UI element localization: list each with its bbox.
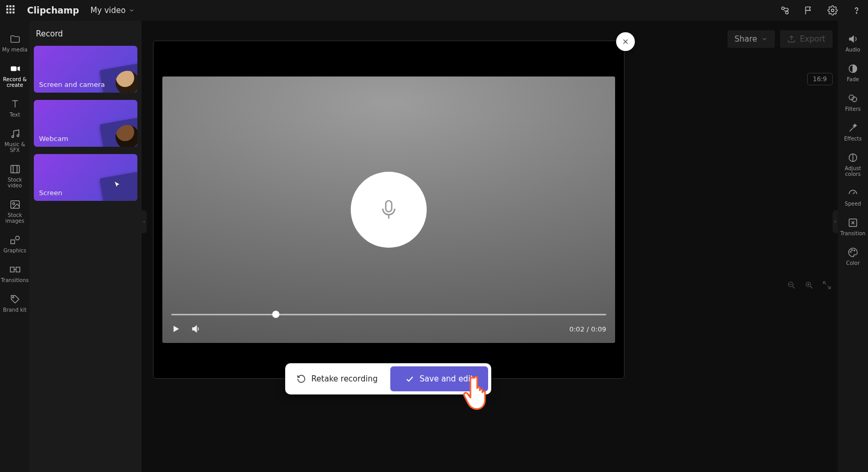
check-icon	[405, 374, 414, 384]
rail-my-media[interactable]: My media	[0, 30, 30, 56]
svg-rect-16	[10, 267, 14, 272]
retake-button[interactable]: Retake recording	[288, 366, 386, 391]
rail-brand-kit[interactable]: Brand kit	[0, 290, 30, 316]
svg-point-25	[851, 250, 852, 251]
svg-marker-38	[174, 326, 180, 332]
seek-thumb[interactable]	[272, 311, 279, 318]
top-bar: Clipchamp My video	[0, 0, 868, 21]
left-rail: My media Record & create Text Music & SF…	[0, 21, 30, 472]
rail-graphics[interactable]: Graphics	[0, 231, 30, 257]
folder-icon	[9, 33, 21, 45]
rail-adjust-colors[interactable]: Adjust colors	[838, 149, 868, 180]
close-icon	[621, 37, 630, 46]
rail-color[interactable]: Color	[838, 244, 868, 269]
rail-effects[interactable]: Effects	[838, 119, 868, 145]
svg-rect-9	[10, 165, 19, 173]
image-icon	[9, 199, 21, 210]
fade-icon	[847, 63, 859, 74]
filters-icon	[847, 93, 859, 104]
expand-icon	[847, 217, 859, 228]
tag-icon	[9, 294, 21, 305]
svg-rect-36	[386, 201, 392, 212]
project-name: My video	[91, 6, 126, 15]
rail-audio[interactable]: Audio	[838, 30, 868, 56]
svg-rect-14	[10, 240, 14, 244]
recording-action-bar: Retake recording Save and edit	[285, 363, 491, 394]
playback-bar: 0:02 / 0:09	[171, 309, 606, 342]
app-title: Clipchamp	[27, 5, 79, 16]
rail-fade[interactable]: Fade	[838, 60, 868, 85]
save-edit-button[interactable]: Save and edit	[390, 366, 488, 391]
cursor-icon	[112, 180, 122, 189]
music-icon	[9, 128, 21, 139]
close-button[interactable]	[616, 32, 635, 51]
flag-icon[interactable]	[803, 5, 814, 16]
microphone-icon	[377, 198, 401, 222]
svg-point-0	[782, 7, 784, 9]
preview-video: 0:02 / 0:09	[162, 76, 615, 343]
rail-stock-video[interactable]: Stock video	[0, 160, 30, 192]
svg-marker-6	[17, 66, 20, 71]
rail-filters[interactable]: Filters	[838, 90, 868, 115]
text-icon	[9, 98, 21, 110]
project-dropdown[interactable]: My video	[91, 6, 135, 15]
svg-rect-17	[16, 267, 19, 272]
svg-point-24	[850, 251, 851, 252]
speed-icon	[847, 187, 859, 199]
chevron-down-icon	[129, 7, 135, 14]
rail-text[interactable]: Text	[0, 95, 30, 121]
side-panel: Record Screen and camera Webcam Screen	[30, 21, 142, 472]
play-icon[interactable]	[171, 324, 181, 334]
volume-icon[interactable]	[191, 324, 200, 334]
svg-rect-12	[10, 201, 19, 209]
version-history-icon[interactable]	[780, 5, 790, 16]
svg-point-26	[854, 250, 855, 251]
svg-point-2	[832, 9, 834, 12]
help-icon[interactable]	[851, 5, 862, 16]
svg-point-15	[15, 236, 19, 240]
palette-icon	[847, 247, 859, 258]
svg-rect-5	[10, 66, 16, 71]
svg-point-8	[17, 135, 19, 137]
svg-point-1	[786, 11, 788, 14]
microphone-indicator	[351, 172, 427, 248]
side-panel-heading: Record	[36, 29, 135, 39]
contrast-icon	[847, 152, 859, 163]
rail-speed[interactable]: Speed	[838, 184, 868, 210]
rail-transition[interactable]: Transition	[838, 214, 868, 239]
shapes-icon	[9, 234, 21, 246]
retry-icon	[297, 374, 306, 384]
seek-track[interactable]	[171, 314, 606, 315]
camera-icon	[9, 63, 21, 74]
svg-point-13	[12, 202, 15, 205]
wand-icon	[847, 122, 859, 134]
rail-transitions[interactable]: Transitions	[0, 261, 30, 286]
card-webcam[interactable]: Webcam	[34, 100, 137, 147]
film-icon	[9, 163, 21, 175]
transition-icon	[9, 264, 21, 275]
rail-music[interactable]: Music & SFX	[0, 125, 30, 156]
speaker-icon	[847, 33, 859, 45]
right-rail: Audio Fade Filters Effects Adjust colors…	[838, 21, 868, 472]
playback-time: 0:02 / 0:09	[569, 325, 606, 333]
rail-stock-images[interactable]: Stock images	[0, 196, 30, 227]
svg-point-18	[12, 297, 14, 298]
recording-preview-modal: 0:02 / 0:09	[153, 41, 624, 379]
card-screen[interactable]: Screen	[34, 154, 137, 201]
gear-icon[interactable]	[827, 5, 838, 16]
card-screen-camera[interactable]: Screen and camera	[34, 46, 137, 93]
app-launcher-icon[interactable]	[6, 5, 17, 16]
svg-point-3	[856, 12, 857, 13]
svg-point-7	[11, 136, 14, 138]
rail-record-create[interactable]: Record & create	[0, 60, 30, 91]
